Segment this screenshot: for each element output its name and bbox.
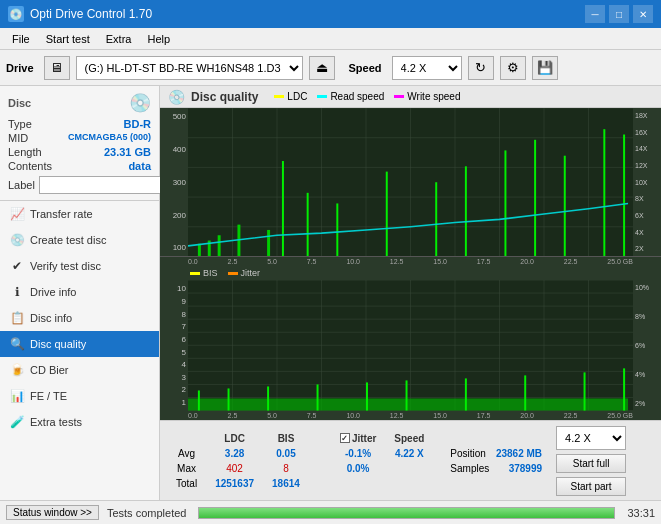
- fe-te-icon: 📊: [10, 389, 24, 403]
- avg-bis: 0.05: [264, 447, 308, 460]
- max-spacer: [310, 462, 330, 475]
- sidebar-item-transfer-rate[interactable]: 📈 Transfer rate: [0, 201, 159, 227]
- legend-area: LDC Read speed Write speed: [274, 91, 460, 102]
- disc-contents-field: Contents data: [8, 160, 151, 172]
- upper-chart-svg: [188, 108, 633, 256]
- y-right-12x: 12X: [635, 162, 659, 169]
- x-label-0: 0.0: [188, 258, 198, 265]
- start-part-button[interactable]: Start part: [556, 477, 626, 496]
- y-right-8x: 8X: [635, 195, 659, 202]
- maximize-button[interactable]: □: [609, 5, 629, 23]
- x-label-17-5: 17.5: [477, 258, 491, 265]
- y-right-16x: 16X: [635, 129, 659, 136]
- y-right-10x: 10X: [635, 179, 659, 186]
- sidebar-item-cd-bier[interactable]: 🍺 CD Bier: [0, 357, 159, 383]
- x-label2-17-5: 17.5: [477, 412, 491, 419]
- x-label2-22-5: 22.5: [564, 412, 578, 419]
- col-empty: [168, 432, 205, 445]
- x-label-7-5: 7.5: [307, 258, 317, 265]
- svg-rect-20: [282, 161, 284, 256]
- speed-select[interactable]: 4.2 X: [392, 56, 462, 80]
- x-label2-7-5: 7.5: [307, 412, 317, 419]
- svg-rect-25: [465, 166, 467, 256]
- drive-info-icon: ℹ: [10, 285, 24, 299]
- y-right-4x: 4X: [635, 229, 659, 236]
- legend-read-speed: Read speed: [317, 91, 384, 102]
- svg-rect-17: [218, 235, 221, 256]
- disc-label-input[interactable]: [39, 176, 172, 194]
- y-right-8pct: 8%: [635, 313, 659, 320]
- config-button[interactable]: ⚙: [500, 56, 526, 80]
- sidebar-item-disc-info-label: Disc info: [30, 312, 72, 324]
- x-label-15: 15.0: [433, 258, 447, 265]
- legend-ldc-dot: [274, 95, 284, 98]
- position-row: Position 23862 MB: [450, 448, 542, 459]
- avg-label: Avg: [168, 447, 205, 460]
- sidebar-item-extra-tests-label: Extra tests: [30, 416, 82, 428]
- menu-start-test[interactable]: Start test: [38, 31, 98, 47]
- drive-icon-btn[interactable]: 🖥: [44, 56, 70, 80]
- statusbar: Status window >> Tests completed 33:31: [0, 500, 661, 524]
- stats-table: LDC BIS ✓ Jitter Speed Avg 3.28 0.05: [166, 430, 434, 492]
- total-jitter-spacer: [332, 477, 384, 490]
- disc-quality-title: Disc quality: [191, 90, 258, 104]
- svg-rect-15: [198, 244, 201, 257]
- disc-quality-icon: 🔍: [10, 337, 24, 351]
- save-button[interactable]: 💾: [532, 56, 558, 80]
- disc-contents-label: Contents: [8, 160, 52, 172]
- menu-help[interactable]: Help: [139, 31, 178, 47]
- minimize-button[interactable]: ─: [585, 5, 605, 23]
- lower-chart: 10 9 8 7 6 5 4 3 2 1: [160, 280, 661, 411]
- refresh-button[interactable]: ↻: [468, 56, 494, 80]
- legend-bis-dot: [190, 272, 200, 275]
- max-label: Max: [168, 462, 205, 475]
- legend-ldc: LDC: [274, 91, 307, 102]
- y-label-5: 5: [162, 348, 186, 357]
- drive-select[interactable]: (G:) HL-DT-ST BD-RE WH16NS48 1.D3: [76, 56, 303, 80]
- disc-quality-header: 💿 Disc quality LDC Read speed Write spee…: [160, 86, 661, 108]
- eject-button[interactable]: ⏏: [309, 56, 335, 80]
- svg-rect-55: [317, 385, 319, 411]
- close-button[interactable]: ✕: [633, 5, 653, 23]
- col-jitter: ✓ Jitter: [332, 432, 384, 445]
- content-area: 💿 Disc quality LDC Read speed Write spee…: [160, 86, 661, 500]
- speed-dropdown[interactable]: 4.2 X: [556, 426, 626, 450]
- status-window-button[interactable]: Status window >>: [6, 505, 99, 520]
- transfer-rate-icon: 📈: [10, 207, 24, 221]
- svg-rect-56: [366, 383, 368, 411]
- y-label-3: 3: [162, 373, 186, 382]
- jitter-checkbox[interactable]: ✓: [340, 433, 350, 443]
- speed-label: Speed: [349, 62, 382, 74]
- right-stats: Position 23862 MB Samples 378999: [450, 448, 542, 474]
- stats-bar: LDC BIS ✓ Jitter Speed Avg 3.28 0.05: [160, 420, 661, 500]
- x-label2-15: 15.0: [433, 412, 447, 419]
- svg-rect-59: [524, 376, 526, 411]
- main-area: Disc 💿 Type BD-R MID CMCMAGBA5 (000) Len…: [0, 86, 661, 500]
- y-label-8: 8: [162, 310, 186, 319]
- sidebar-item-drive-info[interactable]: ℹ Drive info: [0, 279, 159, 305]
- sidebar: Disc 💿 Type BD-R MID CMCMAGBA5 (000) Len…: [0, 86, 160, 500]
- menu-extra[interactable]: Extra: [98, 31, 140, 47]
- jitter-label: Jitter: [352, 433, 376, 444]
- sidebar-item-extra-tests[interactable]: 🧪 Extra tests: [0, 409, 159, 435]
- x-label2-25gb: 25.0 GB: [607, 412, 633, 419]
- max-bis: 8: [264, 462, 308, 475]
- y-label-100: 100: [162, 243, 186, 252]
- total-bis: 18614: [264, 477, 308, 490]
- y-label-10: 10: [162, 284, 186, 293]
- sidebar-item-disc-info[interactable]: 📋 Disc info: [0, 305, 159, 331]
- y-label-7: 7: [162, 322, 186, 331]
- svg-rect-26: [504, 150, 506, 256]
- progress-bar: [198, 507, 615, 519]
- speed-spacer: [386, 462, 432, 475]
- sidebar-item-verify-test-disc[interactable]: ✔ Verify test disc: [0, 253, 159, 279]
- sidebar-item-disc-quality[interactable]: 🔍 Disc quality: [0, 331, 159, 357]
- menu-file[interactable]: File: [4, 31, 38, 47]
- start-full-button[interactable]: Start full: [556, 454, 626, 473]
- app-title: Opti Drive Control 1.70: [30, 7, 152, 21]
- sidebar-item-create-test-disc[interactable]: 💿 Create test disc: [0, 227, 159, 253]
- window-controls: ─ □ ✕: [585, 5, 653, 23]
- sidebar-item-create-test-disc-label: Create test disc: [30, 234, 106, 246]
- progress-bar-fill: [199, 508, 614, 518]
- sidebar-item-fe-te[interactable]: 📊 FE / TE: [0, 383, 159, 409]
